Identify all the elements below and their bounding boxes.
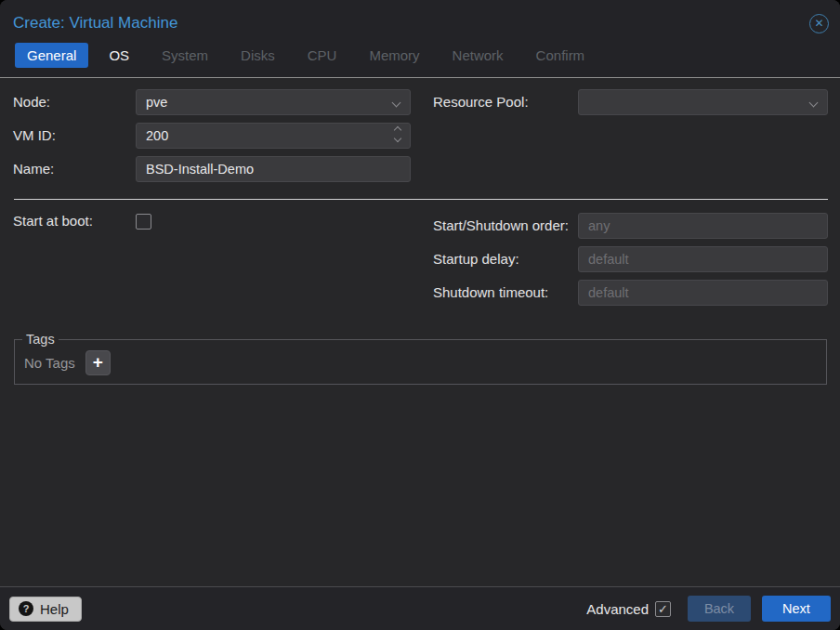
name-field[interactable]	[136, 156, 411, 182]
startup-delay-row: Startup delay:	[433, 246, 828, 272]
vmid-row: VM ID:	[13, 123, 411, 149]
help-button-label: Help	[40, 601, 69, 617]
vmid-spinner-field[interactable]	[136, 123, 411, 149]
startup-delay-field[interactable]	[578, 246, 828, 272]
question-mark-icon: ?	[19, 601, 33, 616]
resource-pool-combobox[interactable]	[578, 89, 828, 115]
tab-memory: Memory	[357, 43, 431, 68]
titlebar: Create: Virtual Machine ✕	[0, 0, 840, 41]
add-tag-button[interactable]: +	[85, 350, 111, 375]
back-button[interactable]: Back	[688, 596, 751, 622]
section-divider	[14, 199, 828, 200]
dialog-footer: ? Help Advanced ✓ Back Next	[0, 586, 840, 630]
start-at-boot-row: Start at boot:	[13, 213, 411, 230]
tab-general[interactable]: General	[15, 43, 88, 68]
node-row: Node:	[13, 89, 411, 115]
resource-pool-row: Resource Pool:	[433, 89, 828, 115]
plus-icon: +	[93, 353, 103, 371]
tab-disks: Disks	[229, 43, 287, 68]
help-button[interactable]: ? Help	[9, 597, 82, 622]
node-label: Node:	[13, 94, 136, 112]
tab-cpu: CPU	[295, 43, 349, 68]
shutdown-timeout-row: Shutdown timeout:	[433, 280, 828, 306]
startup-order-row: Start/Shutdown order:	[433, 213, 828, 239]
tab-confirm: Confirm	[524, 43, 597, 68]
create-vm-dialog: Create: Virtual Machine ✕ General OS Sys…	[0, 0, 840, 630]
dialog-header: Create: Virtual Machine ✕ General OS Sys…	[0, 0, 840, 77]
advanced-label: Advanced	[586, 601, 649, 617]
name-row: Name:	[13, 156, 411, 182]
tags-fieldset: Tags No Tags +	[14, 332, 827, 385]
tab-system: System	[150, 43, 220, 68]
tags-legend: Tags	[22, 332, 59, 347]
next-button[interactable]: Next	[762, 596, 831, 622]
resource-pool-label: Resource Pool:	[433, 94, 578, 112]
tab-os[interactable]: OS	[97, 43, 141, 68]
no-tags-text: No Tags	[24, 355, 75, 371]
form-panel: Node: VM ID: Name:	[0, 77, 840, 586]
form-section-identity: Node: VM ID: Name:	[13, 89, 828, 190]
startup-order-field[interactable]	[578, 213, 828, 239]
start-at-boot-checkbox[interactable]	[136, 214, 151, 230]
check-icon: ✓	[658, 603, 668, 615]
wizard-tabbar: General OS System Disks CPU Memory Netwo…	[0, 41, 840, 77]
tab-network: Network	[440, 43, 516, 68]
advanced-checkbox[interactable]: ✓	[655, 601, 671, 617]
start-at-boot-label: Start at boot:	[13, 213, 136, 230]
vmid-label: VM ID:	[13, 127, 136, 145]
startup-delay-label: Startup delay:	[433, 251, 578, 269]
form-section-startup: Start at boot: Start/Shutdown order: Sta…	[13, 213, 828, 313]
shutdown-timeout-label: Shutdown timeout:	[433, 284, 578, 302]
dialog-title: Create: Virtual Machine	[13, 14, 177, 33]
close-icon[interactable]: ✕	[809, 14, 829, 33]
shutdown-timeout-field[interactable]	[578, 280, 828, 306]
close-x-glyph: ✕	[814, 15, 823, 33]
name-label: Name:	[13, 161, 136, 178]
node-combobox[interactable]	[136, 89, 411, 115]
startup-order-label: Start/Shutdown order:	[433, 217, 578, 235]
